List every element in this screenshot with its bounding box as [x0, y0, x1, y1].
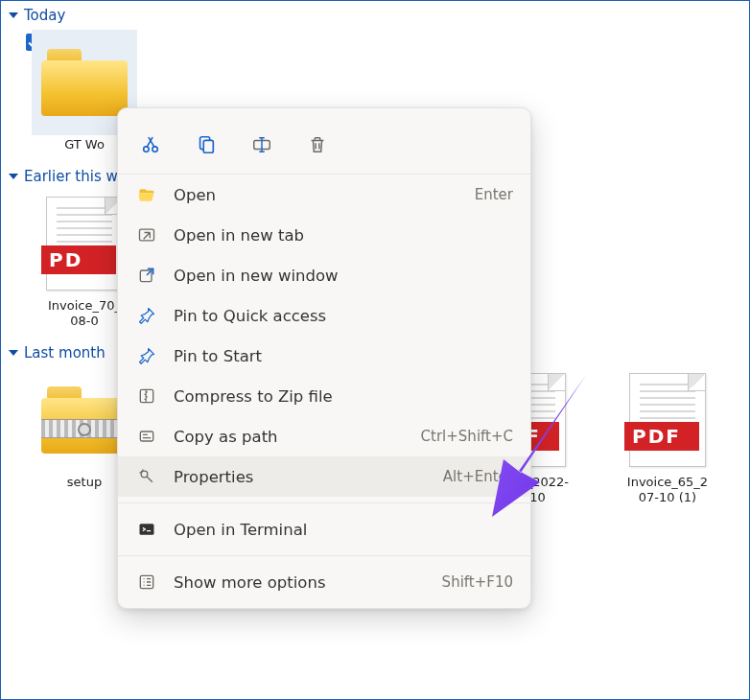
- menu-item-show-more-options[interactable]: Show more options Shift+F10: [118, 562, 530, 602]
- svg-rect-10: [140, 524, 154, 535]
- delete-button[interactable]: [302, 129, 333, 160]
- zip-icon: [135, 385, 158, 408]
- folder-icon: [41, 49, 128, 116]
- cut-button[interactable]: [135, 129, 166, 160]
- pdf-icon: PDF: [629, 373, 706, 467]
- menu-item-open-new-window[interactable]: Open in new window: [118, 255, 530, 295]
- menu-item-copy-as-path[interactable]: Copy as path Ctrl+Shift+C: [118, 416, 530, 456]
- rename-icon: [251, 134, 272, 155]
- menu-item-pin-quick-access[interactable]: Pin to Quick access: [118, 295, 530, 336]
- pin-icon: [135, 304, 158, 327]
- menu-item-open-terminal[interactable]: Open in Terminal: [118, 509, 530, 549]
- terminal-icon: [135, 518, 158, 541]
- file-label: setup: [67, 475, 102, 490]
- properties-icon: [135, 465, 158, 488]
- copy-icon: [196, 134, 217, 155]
- chevron-down-icon: [9, 350, 18, 356]
- menu-item-label: Open in new tab: [174, 226, 513, 245]
- menu-separator: [118, 502, 530, 503]
- context-menu-toolbar: [118, 108, 530, 175]
- file-item-pdf[interactable]: PDF Invoice_65_2 07-10 (1): [605, 367, 730, 505]
- context-menu: Open Enter Open in new tab Open in new w…: [117, 107, 531, 609]
- menu-item-accel: Alt+Enter: [443, 468, 513, 485]
- menu-item-label: Open: [174, 186, 475, 204]
- menu-item-accel: Enter: [475, 186, 513, 203]
- menu-item-properties[interactable]: Properties Alt+Enter: [118, 456, 530, 497]
- chevron-down-icon: [9, 174, 18, 179]
- trash-icon: [307, 134, 328, 155]
- menu-separator: [118, 555, 530, 556]
- menu-item-label: Properties: [174, 468, 443, 486]
- menu-item-compress-zip[interactable]: Compress to Zip file: [118, 376, 530, 416]
- menu-item-label: Pin to Quick access: [174, 307, 513, 325]
- menu-item-label: Copy as path: [174, 428, 421, 446]
- new-tab-icon: [135, 223, 158, 246]
- pin-icon: [135, 344, 158, 367]
- menu-item-accel: Ctrl+Shift+C: [421, 428, 513, 445]
- menu-item-label: Compress to Zip file: [174, 387, 513, 406]
- svg-point-1: [152, 147, 158, 152]
- zip-folder-icon: [41, 386, 128, 454]
- chevron-down-icon: [9, 12, 18, 18]
- menu-item-label: Show more options: [174, 573, 442, 592]
- group-header-today[interactable]: Today: [1, 1, 749, 26]
- svg-rect-3: [203, 140, 213, 152]
- group-label: Last month: [24, 344, 105, 362]
- menu-item-accel: Shift+F10: [442, 573, 513, 591]
- menu-item-label: Pin to Start: [174, 347, 513, 365]
- menu-item-open-new-tab[interactable]: Open in new tab: [118, 215, 530, 255]
- file-label: GT Wo: [64, 137, 105, 152]
- menu-item-label: Open in new window: [174, 267, 513, 285]
- more-options-icon: [135, 571, 158, 594]
- copy-button[interactable]: [191, 129, 222, 160]
- svg-point-9: [141, 471, 148, 478]
- rename-button[interactable]: [246, 129, 277, 160]
- svg-point-0: [144, 147, 150, 152]
- pdf-icon: PD: [46, 197, 123, 291]
- menu-item-label: Open in Terminal: [174, 521, 513, 539]
- folder-open-icon: [135, 183, 158, 206]
- scissors-icon: [140, 134, 161, 155]
- svg-rect-8: [140, 432, 152, 441]
- new-window-icon: [135, 264, 158, 287]
- file-label: Invoice_70_ 08-0: [48, 298, 121, 329]
- copy-path-icon: [135, 425, 158, 448]
- menu-item-pin-start[interactable]: Pin to Start: [118, 336, 530, 376]
- group-label: Today: [24, 7, 65, 24]
- file-label: Invoice_65_2 07-10 (1): [627, 475, 708, 505]
- menu-item-open[interactable]: Open Enter: [118, 175, 530, 215]
